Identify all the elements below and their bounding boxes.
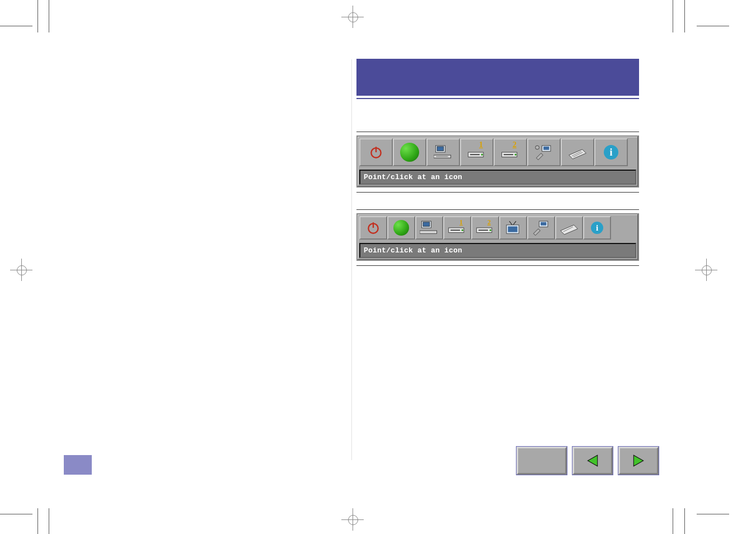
drive-icon <box>467 144 486 160</box>
svg-point-8 <box>481 154 483 156</box>
drive-number: 1 <box>459 218 463 227</box>
section-bottom-rule <box>356 265 639 266</box>
section-top-rule <box>356 132 639 132</box>
svg-line-29 <box>513 221 516 225</box>
svg-point-11 <box>515 154 516 156</box>
power-icon <box>366 221 381 235</box>
info-button[interactable]: i <box>594 138 628 166</box>
page-banner <box>356 59 639 96</box>
nav-blank-button[interactable] <box>516 447 567 475</box>
svg-rect-21 <box>420 231 437 233</box>
drive-1-button[interactable]: 1 <box>443 216 471 240</box>
svg-rect-33 <box>541 222 546 226</box>
drive-icon <box>448 220 467 236</box>
drive-number: 2 <box>487 218 491 227</box>
computer-button[interactable] <box>415 216 443 240</box>
drive-2-button[interactable]: 2 <box>494 138 527 166</box>
status-light-icon <box>393 220 409 236</box>
section-top-rule <box>356 209 639 210</box>
svg-marker-35 <box>588 455 597 466</box>
drive-icon <box>501 144 520 160</box>
drive-2-button[interactable]: 2 <box>471 216 499 240</box>
board-icon <box>568 144 587 160</box>
drive-1-button[interactable]: 1 <box>460 138 494 166</box>
computer-icon <box>434 144 453 160</box>
power-button[interactable] <box>359 138 393 166</box>
info-button[interactable]: i <box>583 216 611 240</box>
tools-button[interactable] <box>527 138 561 166</box>
drive-icon <box>476 220 495 236</box>
section-bottom-rule <box>356 192 639 193</box>
tv-icon <box>504 220 523 236</box>
svg-point-24 <box>462 229 463 231</box>
status-light-icon <box>400 143 419 162</box>
page-content: 1 2 <box>356 59 639 283</box>
tools-icon <box>534 144 553 160</box>
svg-line-28 <box>509 221 512 225</box>
svg-rect-31 <box>508 226 518 232</box>
toolbar-status: Point/click at an icon <box>359 243 636 258</box>
svg-point-14 <box>536 146 539 149</box>
computer-button[interactable] <box>426 138 460 166</box>
board-icon <box>560 220 579 236</box>
drive-number: 1 <box>479 140 483 149</box>
svg-marker-36 <box>633 455 643 466</box>
tools-icon <box>532 220 551 236</box>
computer-icon <box>420 220 439 236</box>
svg-point-27 <box>490 229 491 231</box>
toolbar-status: Point/click at an icon <box>359 170 636 185</box>
tools-button[interactable] <box>527 216 555 240</box>
reg-mark-bottom <box>341 508 364 531</box>
info-icon: i <box>604 145 618 160</box>
status-light-button[interactable] <box>393 138 426 166</box>
page-tab <box>64 455 92 475</box>
svg-rect-13 <box>543 147 549 150</box>
triangle-right-icon <box>631 453 646 468</box>
nav-next-button[interactable] <box>618 447 659 475</box>
power-button[interactable] <box>359 216 387 240</box>
svg-rect-20 <box>423 222 430 227</box>
board-button[interactable] <box>555 216 583 240</box>
power-icon <box>369 145 383 160</box>
board-button[interactable] <box>561 138 594 166</box>
drive-number: 2 <box>513 140 516 149</box>
toolbar-2: 1 2 <box>356 213 639 261</box>
tv-button[interactable] <box>499 216 527 240</box>
status-light-button[interactable] <box>387 216 415 240</box>
nav-prev-button[interactable] <box>572 447 613 475</box>
triangle-left-icon <box>585 453 600 468</box>
info-icon: i <box>591 222 603 234</box>
reg-mark-top <box>341 6 364 28</box>
nav-buttons <box>516 447 659 475</box>
reg-mark-left <box>10 259 32 281</box>
reg-mark-right <box>695 259 717 281</box>
svg-rect-3 <box>437 147 444 151</box>
toolbar-1: 1 2 <box>356 135 639 188</box>
